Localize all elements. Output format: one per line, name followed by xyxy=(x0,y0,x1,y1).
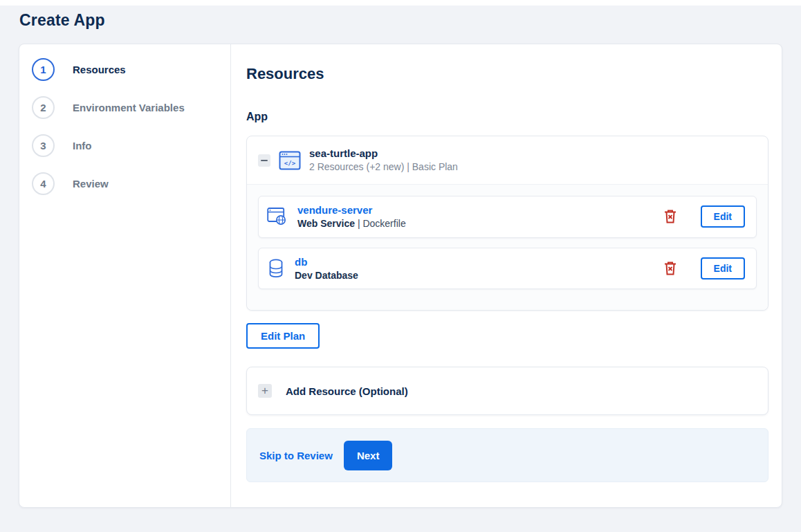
top-strip xyxy=(0,0,801,6)
resource-separator: | xyxy=(358,218,360,229)
edit-resource-button[interactable]: Edit xyxy=(701,205,745,228)
delete-resource-button[interactable] xyxy=(663,261,677,276)
svg-text:</>: </> xyxy=(284,160,296,167)
wizard-footer: Skip to Review Next xyxy=(246,428,768,482)
app-title-block: sea-turtle-app 2 Resources (+2 new) | Ba… xyxy=(309,147,458,174)
skip-to-review-link[interactable]: Skip to Review xyxy=(259,450,333,461)
app-summary: 2 Resources (+2 new) | Basic Plan xyxy=(309,160,458,174)
app-resources-list: vendure-server Web Service | Dockerfile xyxy=(247,185,768,310)
content-heading: Resources xyxy=(246,65,768,83)
trash-icon xyxy=(663,261,677,276)
step-resources[interactable]: 1 Resources xyxy=(32,58,230,81)
resource-text-block: vendure-server Web Service | Dockerfile xyxy=(297,203,406,231)
delete-resource-button[interactable] xyxy=(663,209,677,224)
step-label: Review xyxy=(73,178,109,190)
resource-text-block: db Dev Database xyxy=(295,255,358,283)
create-app-wizard-card: 1 Resources 2 Environment Variables 3 In… xyxy=(19,44,782,508)
resource-source: Dockerfile xyxy=(362,218,405,229)
resource-row-database: db Dev Database xyxy=(258,248,757,290)
step-info[interactable]: 3 Info xyxy=(32,134,230,157)
resource-row-web-service: vendure-server Web Service | Dockerfile xyxy=(258,196,757,238)
resource-type: Web Service xyxy=(297,218,355,229)
app-card-header: </> sea-turtle-app 2 Resources (+2 new) … xyxy=(247,136,768,185)
app-window-code-icon: </> xyxy=(279,151,301,170)
step-number-badge: 4 xyxy=(32,172,55,195)
resource-type: Dev Database xyxy=(295,270,358,281)
browser-globe-icon xyxy=(267,207,288,226)
step-number-badge: 2 xyxy=(32,96,55,119)
edit-plan-button[interactable]: Edit Plan xyxy=(246,323,320,349)
resource-name-link[interactable]: vendure-server xyxy=(297,204,372,216)
minus-icon xyxy=(261,160,268,161)
step-environment-variables[interactable]: 2 Environment Variables xyxy=(32,96,230,119)
add-resource-label: Add Resource (Optional) xyxy=(286,385,408,397)
app-card: </> sea-turtle-app 2 Resources (+2 new) … xyxy=(246,136,768,311)
resource-name-link[interactable]: db xyxy=(295,256,307,268)
edit-resource-button[interactable]: Edit xyxy=(701,257,745,279)
step-number-badge: 1 xyxy=(32,58,55,81)
step-label: Info xyxy=(73,140,92,152)
page-title: Create App xyxy=(19,11,782,30)
step-content-panel: Resources App </> xyxy=(231,44,782,507)
trash-icon xyxy=(663,209,677,224)
step-label: Environment Variables xyxy=(73,102,185,113)
resource-meta: Web Service | Dockerfile xyxy=(297,217,406,231)
app-section-label: App xyxy=(246,111,768,123)
wizard-steps-sidebar: 1 Resources 2 Environment Variables 3 In… xyxy=(19,44,231,507)
resource-meta: Dev Database xyxy=(295,269,358,283)
step-review[interactable]: 4 Review xyxy=(32,172,230,195)
database-cylinder-icon xyxy=(267,258,285,279)
plus-icon: + xyxy=(258,384,272,398)
step-number-badge: 3 xyxy=(32,134,55,157)
page-header: Create App xyxy=(0,6,801,44)
add-resource-section[interactable]: + Add Resource (Optional) xyxy=(246,367,768,415)
collapse-app-button[interactable] xyxy=(258,154,270,167)
next-button[interactable]: Next xyxy=(344,441,393,470)
step-label: Resources xyxy=(73,64,126,75)
app-name: sea-turtle-app xyxy=(309,147,458,160)
